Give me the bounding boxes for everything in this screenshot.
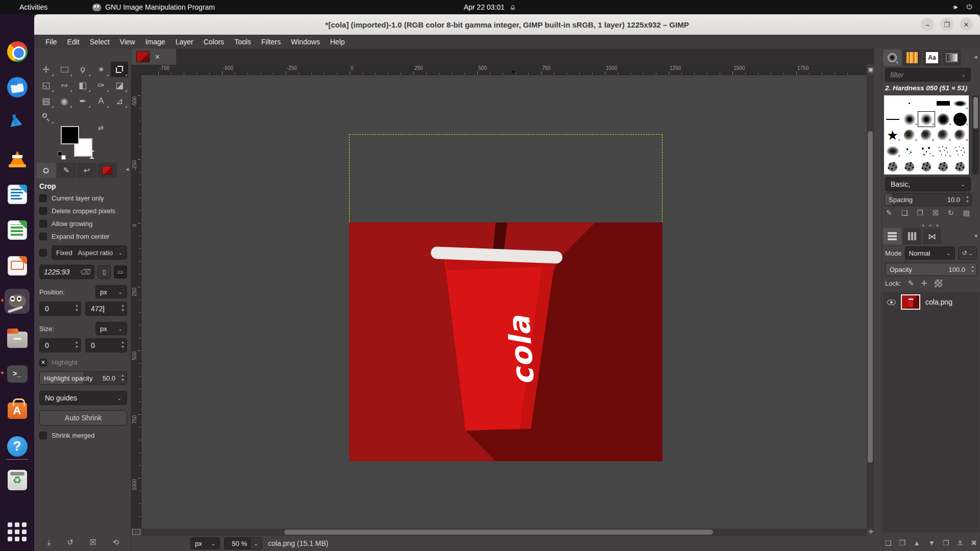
expand-from-center-checkbox[interactable] (39, 233, 47, 240)
dock-item-trash[interactable]: ♻ (5, 467, 30, 492)
menu-view[interactable]: View (115, 36, 140, 48)
tab-gradients[interactable] (943, 49, 961, 66)
tab-channels[interactable] (903, 228, 921, 244)
tool-unified-transform[interactable]: ◱ (37, 78, 55, 93)
zoom-follow-window-icon[interactable]: ▣ (868, 66, 873, 73)
spinner-arrows[interactable]: ▲▼ (121, 340, 125, 348)
delete-layer-icon[interactable]: ✖ (971, 539, 977, 547)
tool-move[interactable]: ✛ (37, 62, 55, 77)
spinner-arrows[interactable]: ▲▼ (121, 304, 125, 312)
position-y-input[interactable]: 472| ▲▼ (85, 302, 127, 316)
fixed-checkbox[interactable] (39, 249, 47, 257)
vertical-scrollbar[interactable] (867, 75, 874, 529)
tab-undo-history[interactable]: ↩ (77, 163, 96, 178)
shrink-merged-checkbox[interactable] (39, 432, 47, 439)
tab-image-thumbnail[interactable] (97, 163, 117, 178)
window-titlebar[interactable]: *[cola] (imported)-1.0 (RGB color 8-bit … (34, 14, 980, 35)
brush-item-splat-11[interactable]: + (901, 127, 918, 143)
dock-item-vscode[interactable] (5, 110, 30, 135)
save-tool-preset-icon[interactable]: ⤓ (47, 538, 51, 547)
menu-filters[interactable]: Filters (256, 36, 286, 48)
default-colors-icon[interactable] (58, 152, 66, 160)
size-width-input[interactable]: 0 ▲▼ (39, 338, 81, 353)
tool-ink[interactable]: ✒ (74, 93, 91, 109)
refresh-brushes-icon[interactable]: ↻ (948, 209, 954, 217)
quick-mask-toggle[interactable] (132, 529, 140, 535)
delete-brush-icon[interactable]: ☒ (933, 209, 939, 217)
duplicate-layer-icon[interactable]: ❐ (943, 539, 949, 547)
tool-crop[interactable] (111, 62, 128, 77)
brush-item-texture-24[interactable] (952, 159, 969, 174)
brush-item-line-5[interactable] (884, 111, 901, 127)
brush-item-soft-6[interactable]: + (901, 111, 918, 127)
lock-alpha-icon[interactable] (935, 280, 942, 287)
dock-item-files[interactable] (5, 325, 30, 350)
tab-menu-icon[interactable]: ◂ (126, 166, 129, 172)
spinner-arrows[interactable]: ▲▼ (966, 195, 969, 203)
clear-icon[interactable]: ⌫ (80, 268, 90, 276)
dock-item-gimp[interactable] (5, 289, 30, 314)
spinner-arrows[interactable]: ▲▼ (75, 340, 79, 348)
minimize-button[interactable]: – (921, 18, 934, 31)
brush-item-ellipse-4[interactable]: + (952, 95, 969, 111)
brush-grid[interactable]: +++++★++++++++ (884, 95, 969, 174)
highlight-opacity-slider[interactable]: Highlight opacity 50.0 ▲▼ (39, 371, 127, 385)
lower-layer-icon[interactable]: ▼ (928, 539, 935, 547)
dock-item-vlc[interactable] (5, 146, 30, 171)
tab-menu-icon[interactable]: ◂ (974, 232, 977, 239)
tool-paintbrush[interactable]: ✑ (92, 78, 110, 93)
brush-item-texture-21[interactable] (901, 159, 918, 174)
current-layer-only-checkbox[interactable] (39, 194, 47, 202)
menu-colors[interactable]: Colors (199, 36, 229, 48)
brush-item-solid-9[interactable]: + (952, 111, 969, 127)
size-height-input[interactable]: 0 ▲▼ (85, 338, 127, 353)
clock-menu[interactable]: Apr 22 03:01 🕭 (463, 3, 516, 11)
guides-dropdown[interactable]: No guides ⌄ (39, 391, 127, 405)
dock-item-chrome[interactable] (5, 39, 30, 64)
spinner-arrows[interactable]: ▲▼ (971, 265, 974, 273)
brush-item-dots-18[interactable]: + (935, 143, 952, 159)
system-status-area[interactable]: 🕪 ⏻ (953, 3, 972, 11)
brush-item-blank-2[interactable] (918, 95, 935, 111)
brush-item-specks-16[interactable] (901, 143, 918, 159)
zoom-dropdown-button[interactable]: ⌄ (251, 537, 262, 549)
tool-clone[interactable]: ▤ (37, 93, 55, 109)
spinner-arrows[interactable]: ▲▼ (75, 304, 79, 312)
tool-color-picker[interactable]: ⊿ (111, 93, 128, 109)
foreground-color-swatch[interactable] (61, 126, 79, 144)
focused-app-indicator[interactable]: GNU Image Manipulation Program (92, 3, 215, 11)
delete-cropped-pixels-checkbox[interactable] (39, 207, 47, 215)
blend-space-button[interactable]: ↺⌄ (958, 246, 977, 260)
tool-warp-transform[interactable]: ∾ (56, 78, 73, 93)
activities-button[interactable]: Activities (15, 2, 52, 12)
brush-item-soft2-8[interactable]: + (935, 111, 952, 127)
brush-item-texture-20[interactable] (884, 159, 901, 174)
brush-filter-input[interactable]: filter ⌄ (885, 68, 971, 82)
tool-smudge[interactable]: ◉ (56, 93, 73, 109)
layer-visibility-eye-icon[interactable] (887, 299, 896, 305)
brush-item-smudge-15[interactable]: + (884, 143, 901, 159)
tab-menu-icon[interactable]: ◂ (974, 54, 977, 60)
brush-item-dots-19[interactable] (952, 143, 969, 159)
dock-item-lo-writer[interactable] (5, 182, 30, 207)
unit-dropdown[interactable]: px ⌄ (190, 537, 220, 549)
menu-image[interactable]: Image (140, 36, 170, 48)
horizontal-ruler[interactable]: -750-500-25002505007501000125015001750 (141, 65, 867, 75)
tab-fonts[interactable]: Aa (923, 49, 941, 66)
image-tab[interactable]: ✕ (131, 48, 176, 65)
brush-item-specks2-17[interactable]: + (918, 143, 935, 159)
dock-item-help[interactable]: ? (5, 434, 30, 459)
menu-edit[interactable]: Edit (62, 36, 85, 48)
brush-spacing-slider[interactable]: Spacing 10.0 ▲▼ (884, 193, 972, 206)
brush-item-splat-14[interactable]: + (952, 127, 969, 143)
dock-item-lo-calc[interactable] (5, 217, 30, 242)
tool-eraser[interactable]: ◪ (111, 78, 128, 93)
lock-pixels-icon[interactable]: ✎ (908, 279, 914, 287)
menu-tools[interactable]: Tools (229, 36, 256, 48)
menu-select[interactable]: Select (85, 36, 115, 48)
allow-growing-checkbox[interactable] (39, 220, 47, 228)
brush-item-bar-3[interactable] (935, 95, 952, 111)
lock-position-icon[interactable]: ✛ (921, 279, 927, 287)
size-unit-dropdown[interactable]: px ⌄ (95, 322, 127, 335)
layer-mode-dropdown[interactable]: Normal ⌄ (905, 246, 955, 260)
